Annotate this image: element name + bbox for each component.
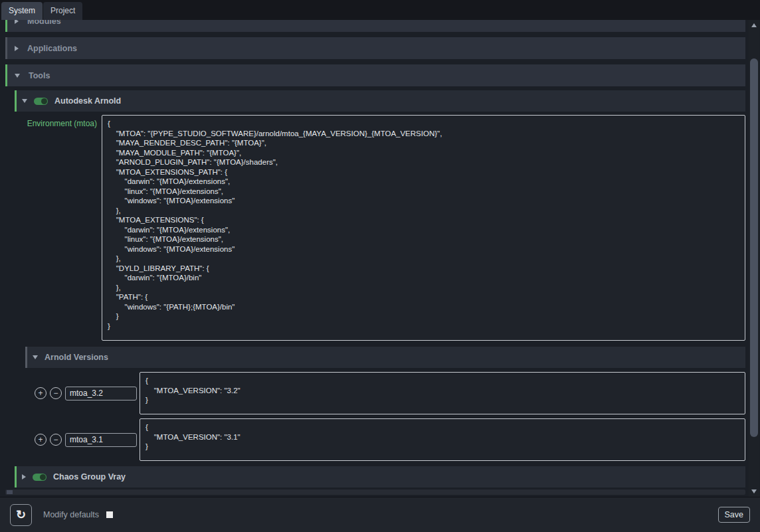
subsection-arnold-versions[interactable]: Arnold Versions [25,347,745,368]
horizontal-scrollbar[interactable] [5,489,745,495]
chevron-down-icon[interactable] [15,74,20,78]
environment-json-editor[interactable]: { "MTOA": "{PYPE_STUDIO_SOFTWARE}/arnold… [102,115,745,341]
settings-tab-bar: System Project [0,0,760,20]
save-button[interactable]: Save [718,507,751,523]
toggle-knob-icon [40,474,46,480]
chevron-right-icon[interactable] [22,474,26,480]
version-json-editor[interactable]: { "MTOA_VERSION": "3.2" } [140,372,745,414]
version-name-input[interactable] [65,387,137,400]
vertical-scrollbar[interactable] [749,20,759,497]
remove-version-button[interactable]: − [50,434,62,446]
toggle-knob-icon [41,98,47,104]
section-modules-label: Modules [27,20,61,26]
refresh-icon: ↻ [16,507,26,522]
arnold-version-row: + − { "MTOA_VERSION": "3.1" } [35,418,745,461]
footer-bar: ↻ Modify defaults Save [0,497,760,532]
add-version-button[interactable]: + [35,387,47,399]
subsection-chaos-group-vray-title: Chaos Group Vray [53,472,126,482]
section-modules[interactable]: Modules [5,20,745,32]
modify-defaults-label: Modify defaults [43,510,99,519]
horizontal-scrollbar-thumb[interactable] [7,490,13,494]
version-json-editor[interactable]: { "MTOA_VERSION": "3.1" } [140,418,745,461]
modify-defaults-checkbox[interactable] [106,511,113,518]
version-name-input[interactable] [65,433,137,447]
subsection-arnold-versions-title: Arnold Versions [45,353,108,362]
settings-content: Modules Applications Tools Autodesk Arno… [0,20,748,490]
environment-row: Environment (mtoa) { "MTOA": "{PYPE_STUD… [24,115,745,341]
chevron-down-icon[interactable] [22,99,27,103]
environment-label: Environment (mtoa) [24,115,97,341]
chevron-down-icon[interactable] [33,355,38,359]
vray-enabled-toggle[interactable] [33,474,47,481]
remove-version-button[interactable]: − [50,387,62,399]
section-applications[interactable]: Applications [5,37,745,59]
vertical-scrollbar-thumb[interactable] [750,58,758,437]
refresh-button[interactable]: ↻ [10,504,32,526]
scroll-down-arrow-icon[interactable] [749,487,759,496]
subsection-autodesk-arnold-title: Autodesk Arnold [54,96,121,106]
tab-system[interactable]: System [1,2,43,20]
section-tools-label: Tools [29,71,50,80]
system-settings-window: System Project Modules Applications Tool… [0,0,760,532]
arnold-enabled-toggle[interactable] [34,98,48,105]
scroll-up-arrow-icon[interactable] [749,21,759,30]
settings-scroll-area: Modules Applications Tools Autodesk Arno… [0,20,760,497]
arnold-version-row: + − { "MTOA_VERSION": "3.2" } [35,372,745,414]
chevron-right-icon[interactable] [15,20,19,24]
section-applications-label: Applications [27,44,77,53]
add-version-button[interactable]: + [35,434,47,446]
chevron-right-icon[interactable] [15,46,19,51]
subsection-chaos-group-vray[interactable]: Chaos Group Vray [15,466,745,488]
tab-project[interactable]: Project [43,2,82,20]
subsection-autodesk-arnold[interactable]: Autodesk Arnold [15,90,745,112]
section-tools[interactable]: Tools [5,64,745,86]
